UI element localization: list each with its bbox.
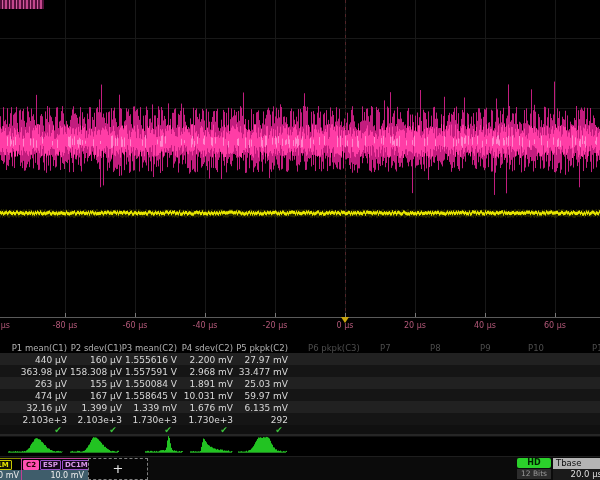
param-value: 2.103e+3 <box>77 415 122 425</box>
param-value: 33.477 mV <box>239 367 288 377</box>
param-value: 167 µV <box>90 391 122 401</box>
add-trace-button[interactable]: + <box>88 458 148 480</box>
time-axis-label: -20 µs <box>263 321 288 330</box>
time-axis-label: 40 µs <box>474 321 496 330</box>
param-value: 32.16 µV <box>26 403 67 413</box>
channel-c2-scale: 10.0 mV <box>22 470 88 480</box>
param-header-inactive[interactable]: P11 <box>592 343 600 353</box>
param-value: 2.103e+3 <box>22 415 67 425</box>
channel-c1-header: C1 DC1M <box>0 459 23 470</box>
param-value: 1.557591 V <box>125 367 177 377</box>
param-value: 158.308 µV <box>70 367 122 377</box>
channel-c2-descriptor[interactable]: C2 ESP DC1M 10.0 mV <box>21 458 89 480</box>
param-value: 59.97 mV <box>244 391 288 401</box>
param-header[interactable]: P2 sdev(C1) <box>71 343 122 353</box>
hd-mode-badge[interactable]: HD <box>517 458 551 468</box>
resolution-bits-label: 12 Bits <box>517 469 551 479</box>
param-value: 160 µV <box>90 355 122 365</box>
time-axis-label: 60 µs <box>544 321 566 330</box>
param-value: 263 µV <box>35 379 67 389</box>
param-header[interactable]: P5 pkpk(C2) <box>236 343 288 353</box>
time-axis-label: -40 µs <box>193 321 218 330</box>
time-axis-label: -60 µs <box>123 321 148 330</box>
param-value: 1.550084 V <box>125 379 177 389</box>
timebase-scale: 20.0 µs <box>553 469 600 480</box>
param-header-inactive[interactable]: P6 pkpk(C3) <box>308 343 360 353</box>
param-header-inactive[interactable]: P9 <box>480 343 491 353</box>
time-axis: -100 µs-80 µs-60 µs-40 µs-20 µs0 µs20 µs… <box>0 321 600 333</box>
param-value: 2.968 mV <box>189 367 233 377</box>
param-value: 292 <box>271 415 288 425</box>
timebase-title: Tbase <box>553 458 600 469</box>
param-value: 27.97 mV <box>244 355 288 365</box>
channel-c2-header: C2 ESP DC1M <box>22 459 88 470</box>
measurement-histicons <box>0 436 600 456</box>
trigger-time-marker-icon[interactable] <box>341 317 349 323</box>
param-value: 2.200 mV <box>189 355 233 365</box>
param-header[interactable]: P4 sdev(C2) <box>182 343 233 353</box>
channel-c2-esp-badge: ESP <box>40 460 61 470</box>
param-value: 1.676 mV <box>189 403 233 413</box>
param-header[interactable]: P1 mean(C1) <box>12 343 67 353</box>
param-value: 6.135 mV <box>244 403 288 413</box>
param-header-inactive[interactable]: P7 <box>380 343 391 353</box>
time-axis-label: -80 µs <box>53 321 78 330</box>
param-value: 1.730e+3 <box>132 415 177 425</box>
measure-table: P1 mean(C1)440 µV363.98 µV263 µV474 µV32… <box>0 340 600 436</box>
channel-c1-scale: 10.0 mV <box>0 470 23 480</box>
param-value: 440 µV <box>35 355 67 365</box>
bottom-bar: C1 DC1M 10.0 mV C2 ESP DC1M 10.0 mV + HD… <box>0 456 600 480</box>
param-header-inactive[interactable]: P8 <box>430 343 441 353</box>
param-value: 10.031 mV <box>184 391 233 401</box>
param-value: 363.98 µV <box>21 367 67 377</box>
channel-c2-name-badge: C2 <box>23 460 39 470</box>
param-value: 1.399 µV <box>81 403 122 413</box>
channel-c2-coupling-badge: DC1M <box>62 460 91 470</box>
time-axis-label: -100 µs <box>0 321 10 330</box>
param-value: 155 µV <box>90 379 122 389</box>
oscilloscope-screen: -100 µs-80 µs-60 µs-40 µs-20 µs0 µs20 µs… <box>0 0 600 480</box>
param-header-inactive[interactable]: P10 <box>528 343 544 353</box>
waveform-display[interactable] <box>0 0 600 338</box>
timebase-descriptor[interactable]: Tbase 20.0 µs <box>553 458 600 480</box>
trace-label-badge <box>0 0 44 9</box>
channel-c1-coupling-badge: DC1M <box>0 460 12 470</box>
param-value: 1.891 mV <box>189 379 233 389</box>
param-value: 25.03 mV <box>244 379 288 389</box>
param-header[interactable]: P3 mean(C2) <box>122 343 177 353</box>
param-value: 1.339 mV <box>133 403 177 413</box>
param-value: 1.555616 V <box>125 355 177 365</box>
param-value: 1.730e+3 <box>188 415 233 425</box>
time-axis-label: 20 µs <box>404 321 426 330</box>
param-value: 1.558645 V <box>125 391 177 401</box>
param-value: 474 µV <box>35 391 67 401</box>
